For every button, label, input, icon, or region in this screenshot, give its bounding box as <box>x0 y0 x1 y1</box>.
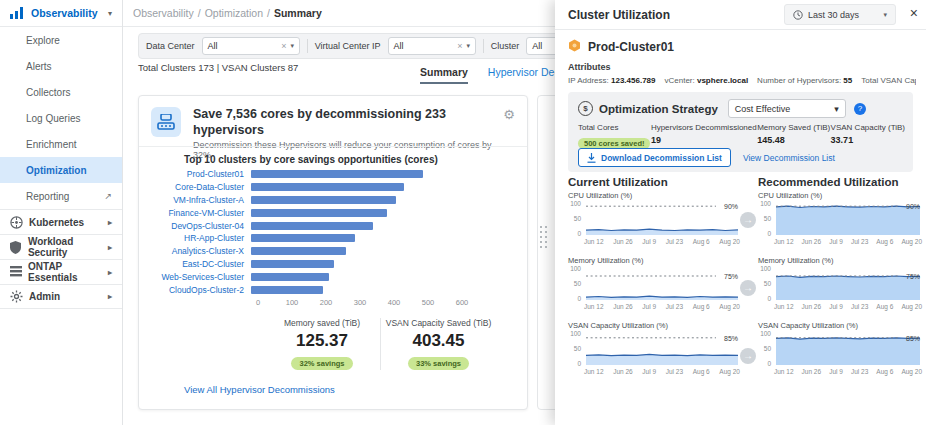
y-tick: 0 <box>767 361 771 368</box>
utilization-chart-body: 10050090% <box>758 201 922 237</box>
gear-icon[interactable]: ⚙ <box>503 107 515 160</box>
core-savings-bar-chart: Prod-Cluster01Core-Data-ClusterVM-Infra-… <box>147 168 519 308</box>
chevron-down-icon: ▾ <box>466 42 470 50</box>
filter-divider <box>307 39 308 53</box>
y-tick: 100 <box>760 266 771 273</box>
breadcrumb-part[interactable]: Observability <box>133 7 194 19</box>
sidebar-group-label: Workload Security <box>28 236 108 258</box>
utilization-chart-title: Memory Utilization (%) <box>568 256 740 266</box>
utilization-chart-plot: 75% <box>774 266 922 302</box>
dollar-icon: $ <box>578 101 593 116</box>
sidebar-item-reporting[interactable]: Reporting↗ <box>0 183 122 209</box>
strategy-selected-value: Cost Effective <box>735 104 834 114</box>
download-icon <box>587 153 596 163</box>
x-tick: Jun 26 <box>802 238 822 245</box>
y-tick: 100 <box>760 331 771 338</box>
savings-stat: VSAN Capacity Saved (TiB)403.4533% savin… <box>380 318 496 370</box>
clear-icon[interactable]: × <box>281 41 286 51</box>
cluster-link[interactable]: Finance-VM-Cluster <box>147 208 251 218</box>
x-tick: Jun 12 <box>774 368 794 375</box>
view-all-decommissions-link[interactable]: View All Hypervisor Decommissions <box>184 384 335 395</box>
y-tick: 0 <box>767 296 771 303</box>
breadcrumb-part[interactable]: Optimization <box>205 7 263 19</box>
x-tick: Jul 23 <box>666 303 683 310</box>
x-tick: Jun 12 <box>584 238 604 245</box>
arrow-right-icon[interactable]: → <box>740 280 756 296</box>
chevron-down-icon: ▾ <box>290 42 294 50</box>
sidebar-item-ontap-essentials[interactable]: ONTAP Essentials▸ <box>0 259 122 284</box>
cluster-link[interactable]: Analytics-Cluster-X <box>147 246 251 256</box>
card-divider <box>139 146 527 147</box>
sidebar-item-optimization[interactable]: Optimization <box>0 157 122 183</box>
arrow-right-icon[interactable]: → <box>740 212 756 228</box>
arrow-right-icon[interactable]: → <box>740 348 756 364</box>
utilization-chart-y-axis: 100500 <box>568 266 584 302</box>
bar <box>251 247 346 255</box>
utilization-chart-body: 10050085% <box>758 331 922 367</box>
utilization-chart-x-axis: Jun 12Jun 26Jul 9Jul 23Aug 6Aug 20 <box>584 303 740 310</box>
sidebar-item-collectors[interactable]: Collectors <box>0 79 122 105</box>
sidebar-item-observability[interactable]: Observability ▾ <box>0 0 122 27</box>
bar-row: CloudOps-Cluster-2 <box>147 283 519 296</box>
x-tick: Jul 9 <box>642 368 656 375</box>
axis-tick: 400 <box>388 298 401 307</box>
cluster-link[interactable]: East-DC-Cluster <box>147 259 251 269</box>
cluster-link[interactable]: VM-Infra-Cluster-A <box>147 195 251 205</box>
y-tick: 100 <box>570 266 581 273</box>
bar-row: HR-App-Cluster <box>147 232 519 245</box>
bar <box>251 234 355 242</box>
utilization-chart-y-axis: 100500 <box>758 201 774 237</box>
utilization-chart-title: CPU Utilization (%) <box>758 191 922 201</box>
sidebar-sub-items: ExploreAlertsCollectorsLog QueriesEnrich… <box>0 27 122 209</box>
sidebar-item-admin[interactable]: Admin▸ <box>0 284 122 309</box>
download-decommission-list-button[interactable]: Download Decommission List <box>578 148 731 167</box>
cluster-link[interactable]: Prod-Cluster01 <box>147 169 251 179</box>
sidebar-item-workload-security[interactable]: Workload Security▸ <box>0 234 122 259</box>
utilization-chart-y-axis: 100500 <box>758 331 774 367</box>
cluster-link[interactable]: DevOps-Cluster-04 <box>147 221 251 231</box>
panel-resize-handle[interactable] <box>540 226 547 248</box>
sidebar-item-alerts[interactable]: Alerts <box>0 53 122 79</box>
clock-icon <box>793 6 803 24</box>
sidebar-item-kubernetes[interactable]: Kubernetes▸ <box>0 209 122 234</box>
x-tick: Jul 23 <box>666 368 683 375</box>
cluster-link[interactable]: HR-App-Cluster <box>147 233 251 243</box>
sidebar-groups: Kubernetes▸Workload Security▸ONTAP Essen… <box>0 209 122 309</box>
savings-badge: 32% savings <box>291 357 352 370</box>
filter-select-virtual-center-ip[interactable]: All×▾ <box>388 37 476 55</box>
bar-chart-title: Top 10 clusters by core savings opportun… <box>184 154 438 165</box>
bar-track <box>251 260 519 268</box>
cluster-icon <box>568 38 581 56</box>
x-tick: Jul 9 <box>642 303 656 310</box>
strategy-select[interactable]: Cost Effective ▾ <box>728 99 846 118</box>
strategy-stat: Total Cores500 cores saved! <box>578 123 650 150</box>
close-icon[interactable]: × <box>910 5 918 21</box>
chevron-right-icon: ▸ <box>108 268 112 277</box>
axis-tick: 200 <box>320 298 333 307</box>
clear-icon[interactable]: × <box>457 41 462 51</box>
utilization-chart-body: 10050090% <box>568 201 740 237</box>
cluster-link[interactable]: Core-Data-Cluster <box>147 182 251 192</box>
filter-label: Cluster <box>491 41 520 51</box>
filter-select-data-center[interactable]: All×▾ <box>202 37 300 55</box>
chevron-right-icon: ▸ <box>108 243 112 252</box>
sidebar-item-enrichment[interactable]: Enrichment <box>0 131 122 157</box>
sidebar-item-log-queries[interactable]: Log Queries <box>0 105 122 131</box>
view-decommission-list-link[interactable]: View Decommission List <box>743 153 835 163</box>
tab-summary[interactable]: Summary <box>420 66 468 84</box>
help-icon[interactable]: ? <box>854 103 866 115</box>
savings-card-header: Save 7,536 cores by decommissioning 233 … <box>151 107 515 160</box>
sidebar-item-explore[interactable]: Explore <box>0 27 122 53</box>
y-tick: 50 <box>574 216 581 223</box>
time-range-dropdown[interactable]: Last 30 days ▾ <box>784 4 896 25</box>
recommended-cpu-chart: CPU Utilization (%)10050090%Jun 12Jun 26… <box>758 191 922 245</box>
optimization-strategy-box: $ Optimization Strategy Cost Effective ▾… <box>568 92 913 172</box>
bar-chart-x-axis: 0100200300400500600 <box>258 298 519 308</box>
cluster-link[interactable]: CloudOps-Cluster-2 <box>147 285 251 295</box>
current-utilization-heading: Current Utilization <box>568 176 668 188</box>
y-tick: 100 <box>570 331 581 338</box>
cluster-link[interactable]: Web-Services-Cluster <box>147 272 251 282</box>
bar <box>251 286 323 294</box>
bar-row: Web-Services-Cluster <box>147 270 519 283</box>
bar-track <box>251 183 519 191</box>
